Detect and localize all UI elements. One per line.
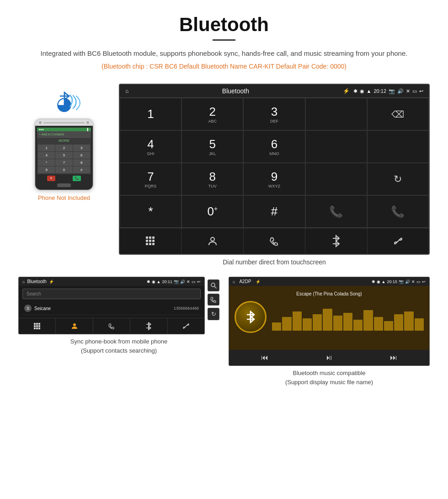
music-next-btn[interactable]: ⏭ <box>390 354 397 362</box>
pb-toolbar-link-btn[interactable] <box>168 318 204 334</box>
dial-key-star[interactable]: * <box>120 195 181 228</box>
pb-sig-icon: ▲ <box>157 279 161 284</box>
eq-bar <box>313 314 322 331</box>
dial-key-2[interactable]: 2 ABC <box>181 98 243 130</box>
dial-key-9[interactable]: 9 WXYZ <box>243 163 305 195</box>
eq-bar <box>303 318 312 331</box>
dial-key-8[interactable]: 8 TUV <box>181 163 243 195</box>
svg-line-20 <box>397 240 400 242</box>
toolbar-dialpad-btn[interactable] <box>120 228 181 254</box>
music-loc-icon: ◉ <box>377 279 380 284</box>
phone-key-5: 5 <box>55 152 72 159</box>
svg-rect-21 <box>34 323 36 325</box>
pb-toolbar-grid-btn[interactable] <box>19 318 56 334</box>
key-num-4: 4 <box>147 137 154 151</box>
toolbar-contacts-btn[interactable] <box>181 228 243 254</box>
svg-point-14 <box>211 237 214 241</box>
eq-bar <box>333 316 342 331</box>
dial-key-1[interactable]: 1 <box>120 98 181 130</box>
signal-icon: ▲ <box>367 88 372 94</box>
svg-line-38 <box>214 286 216 288</box>
toolbar-link-btn[interactable] <box>368 228 429 254</box>
eq-bar <box>323 309 332 331</box>
music-home-icon: ⌂ <box>233 279 235 284</box>
car-screen-title: Bluetooth <box>132 87 339 95</box>
key-letters-6: MNO <box>269 151 279 156</box>
search-icon <box>210 282 217 289</box>
phone-key-9: 9 <box>38 166 55 173</box>
phone-dot2 <box>86 121 89 124</box>
dial-key-5[interactable]: 5 JKL <box>181 130 243 163</box>
svg-rect-10 <box>152 240 155 242</box>
toolbar-call-btn[interactable] <box>244 228 305 254</box>
eq-bar <box>353 320 363 331</box>
svg-rect-26 <box>38 325 40 327</box>
x-icon: ✕ <box>406 88 410 94</box>
contact-row[interactable]: S Seicane 13566664466 <box>22 302 201 315</box>
page-header: Bluetooth Integrated with BC6 Bluetooth … <box>0 0 448 84</box>
phone-screen: ●●● ▌ + Add to Contacts MORE 1 2 3 4 5 6… <box>35 126 93 190</box>
camera-icon: 📷 <box>389 88 395 94</box>
toolbar-bluetooth-btn[interactable] <box>305 228 367 254</box>
dial-key-0[interactable]: 0+ <box>181 195 243 228</box>
pb-toolbar-person-btn[interactable] <box>56 318 93 334</box>
dial-key-3[interactable]: 3 DEF <box>243 98 305 130</box>
dial-key-refresh[interactable]: ↻ <box>367 163 429 195</box>
music-album-art <box>235 301 267 333</box>
pb-home-icon: ⌂ <box>22 279 25 284</box>
phone-home-btn <box>57 183 71 187</box>
pb-time: 20:11 <box>162 279 172 284</box>
phonebook-car-screen: ⌂ Bluetooth ⚡ ✱ ◉ ▲ 20:11 📷 🔊 ✕ ▭ ↩ <box>18 277 205 334</box>
dial-key-hash[interactable]: # <box>243 195 305 228</box>
svg-rect-11 <box>146 243 148 245</box>
search-bar[interactable]: Search <box>22 289 201 299</box>
music-play-pause-btn[interactable]: ⏯ <box>325 354 333 362</box>
phone-key-3: 3 <box>73 145 90 151</box>
layout-icon: ▭ <box>412 88 417 94</box>
pb-bt-icon <box>145 322 152 330</box>
phonebook-layout: ⌂ Bluetooth ⚡ ✱ ◉ ▲ 20:11 📷 🔊 ✕ ▭ ↩ <box>18 277 219 334</box>
bluetooth-icon-wrap: ◕ <box>56 93 72 114</box>
page-description: Integrated with BC6 Bluetooth module, su… <box>27 48 421 59</box>
svg-rect-29 <box>38 327 40 329</box>
music-content: Escape (The Pina Colada Song) <box>229 286 429 350</box>
svg-rect-6 <box>149 236 151 239</box>
key-num-0: 0+ <box>207 204 218 219</box>
dial-key-6[interactable]: 6 MNO <box>243 130 305 163</box>
music-bt-icon-art <box>243 310 258 324</box>
pb-status-right: ✱ ◉ ▲ 20:11 📷 🔊 ✕ ▭ ↩ <box>147 279 201 284</box>
music-lay-icon: ▭ <box>416 279 421 284</box>
music-status-bar: ⌂ A2DP ⚡ ✱ ◉ ▲ 20:15 📷 🔊 ✕ ▭ ↩ <box>229 277 429 286</box>
eq-bar <box>293 311 302 331</box>
svg-point-30 <box>73 323 76 326</box>
search-btn[interactable] <box>208 279 219 291</box>
pb-phone-icon <box>108 323 115 329</box>
car-display: ⌂ Bluetooth ⚡ ✱ ◉ ▲ 20:12 📷 🔊 ✕ ▭ ↩ <box>119 84 430 268</box>
svg-rect-12 <box>149 243 151 245</box>
phone-call-btn: 📞 <box>73 176 81 181</box>
dial-key-7[interactable]: 7 PQRS <box>120 163 181 195</box>
music-prev-btn[interactable]: ⏮ <box>261 354 268 362</box>
pb-toolbar-call-btn[interactable] <box>93 318 130 334</box>
phone-carrier: ●●● <box>39 128 44 131</box>
eq-bar <box>404 311 413 331</box>
dial-key-4[interactable]: 4 GHI <box>120 130 181 163</box>
dial-key-backspace[interactable]: ⌫ <box>367 98 429 130</box>
music-usb-icon: ⚡ <box>256 279 261 284</box>
refresh-side-icon: ↻ <box>211 311 216 317</box>
key-letters-8: TUV <box>208 184 217 188</box>
music-song-title: Escape (The Pina Colada Song) <box>296 291 362 296</box>
phone-key-hash: # <box>73 166 90 173</box>
refresh-side-btn[interactable]: ↻ <box>208 308 219 320</box>
dial-key-call-red[interactable]: 📞 <box>367 195 429 228</box>
contact-initial: S <box>24 305 32 312</box>
call-side-btn[interactable] <box>208 294 219 306</box>
dial-key-empty-3 <box>367 130 429 163</box>
phone-key-6: 6 <box>73 152 90 159</box>
dial-key-call-green[interactable]: 📞 <box>305 195 367 228</box>
phone-key-star: * <box>38 159 55 166</box>
phone-not-included-label: Phone Not Included <box>38 194 90 201</box>
pb-toolbar-bt-btn[interactable] <box>130 318 167 334</box>
key-num-5: 5 <box>209 137 216 151</box>
location-icon: ◉ <box>360 88 364 94</box>
